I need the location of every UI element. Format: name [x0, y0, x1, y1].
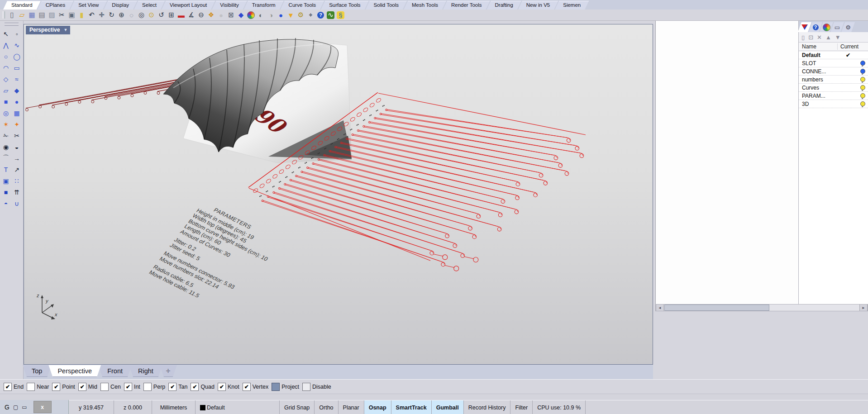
paste-icon[interactable]: ▮ [77, 10, 86, 20]
render-icon[interactable]: ◆ [236, 10, 246, 20]
osnap-checkbox-project[interactable] [272, 383, 280, 391]
ghosted-view-icon[interactable]: ◑ [266, 10, 276, 20]
blend-curve-tool-icon[interactable]: ⌒ [1, 153, 11, 163]
osnap-checkbox-end[interactable]: ✔ [4, 383, 12, 391]
extrude-tool-icon[interactable]: ⇈ [12, 187, 22, 197]
layer-row-curves[interactable]: Curves [799, 84, 868, 92]
ellipse-tool-icon[interactable]: ◯ [12, 51, 22, 62]
chevron-down-icon[interactable]: ▼ [63, 28, 67, 32]
sidebar-grip[interactable] [5, 23, 19, 26]
viewport-layout-icon[interactable]: ⊞ [167, 10, 176, 20]
extend-curve-tool-icon[interactable]: → [12, 153, 22, 163]
solid-tool-icon[interactable]: ■ [1, 187, 11, 197]
freeform-curve-tool-icon[interactable]: ≈ [12, 74, 22, 84]
point-tool-icon[interactable]: ◦ [12, 29, 22, 39]
layer-row-default[interactable]: Default✔ [799, 51, 868, 59]
save-icon[interactable]: ▦ [27, 10, 37, 20]
menu-tab-curve-tools[interactable]: Curve Tools [281, 1, 324, 10]
osnap-checkbox-disable[interactable] [302, 383, 310, 391]
status-toggle-filter[interactable]: Filter [510, 400, 533, 414]
color-wheel-icon[interactable] [246, 10, 256, 20]
color-tool-icon[interactable]: ◉ [1, 142, 11, 152]
shaded-view-icon[interactable]: ◐ [256, 10, 266, 20]
rotate-view-icon[interactable]: ↻ [107, 10, 116, 20]
explode-tool-icon[interactable]: ✶ [1, 119, 11, 129]
viewport-tab-perspective[interactable]: Perspective [48, 365, 101, 377]
patch-tool-icon[interactable]: ▦ [12, 108, 22, 118]
trim-tool-icon[interactable]: ✁ [1, 130, 11, 141]
menu-tab-render-tools[interactable]: Render Tools [443, 1, 490, 10]
control-curve-tool-icon[interactable]: ∿ [12, 40, 22, 50]
menu-tab-surface-tools[interactable]: Surface Tools [321, 1, 368, 10]
minimized-grasshopper-window[interactable]: G ▢ ▭ x [0, 400, 69, 414]
osnap-item-disable[interactable]: Disable [302, 383, 331, 391]
menu-tab-cplanes[interactable]: CPlanes [38, 1, 73, 10]
osnap-item-quad[interactable]: ✔Quad [191, 383, 215, 391]
layer-row-3d[interactable]: 3D [799, 100, 868, 108]
menu-tab-mesh-tools[interactable]: Mesh Tools [404, 1, 446, 10]
menu-tab-display[interactable]: Display [104, 1, 137, 10]
zoom-extents-icon[interactable]: ⊕ [117, 10, 126, 20]
layer-row-slot[interactable]: SLOT [799, 59, 868, 67]
text-tool-icon[interactable]: T [1, 164, 11, 175]
layers-header-current[interactable]: Current [838, 43, 862, 50]
car-demo-icon[interactable]: ▬ [176, 10, 186, 20]
osnap-checkbox-perp[interactable] [143, 383, 152, 391]
layer-row-numbers[interactable]: numbers [799, 76, 868, 84]
surface-tool-icon[interactable]: ▱ [1, 85, 11, 95]
split-tool-icon[interactable]: ✂ [12, 130, 22, 141]
print-icon[interactable]: ▤ [37, 10, 47, 20]
menu-tab-siemen[interactable]: Siemen [555, 1, 589, 10]
osnap-checkbox-tan[interactable]: ✔ [168, 383, 176, 391]
delete-layer-icon[interactable]: ✕ [817, 34, 822, 41]
status-field-millimeters[interactable]: Millimeters [152, 400, 196, 414]
swatch-tool-icon[interactable]: ◒ [12, 142, 22, 152]
viewport-title[interactable]: Perspective ▼ [26, 26, 70, 34]
gears-icon[interactable]: ⚙ [296, 10, 305, 20]
help-icon[interactable]: ? [316, 10, 325, 20]
maximize-window-icon[interactable]: ▭ [22, 404, 27, 410]
scroll-right-icon[interactable]: ► [859, 305, 868, 311]
osnap-item-vertex[interactable]: ✔Vertex [243, 383, 268, 391]
restore-window-icon[interactable]: ▢ [13, 404, 18, 410]
spotlight-icon[interactable]: ▼ [286, 10, 296, 20]
osnap-item-knot[interactable]: ✔Knot [218, 383, 239, 391]
menu-tab-new-in-v5[interactable]: New in V5 [518, 1, 558, 10]
menu-tab-viewport-layout[interactable]: Viewport Layout [162, 1, 215, 10]
python-icon[interactable]: § [337, 11, 344, 19]
lightbulb-icon[interactable] [860, 69, 865, 74]
osnap-checkbox-cen[interactable] [100, 383, 109, 391]
layers-header-name[interactable]: Name [799, 43, 838, 50]
zoom-target-icon[interactable]: ⊙ [147, 10, 156, 20]
close-window-button[interactable]: x [33, 401, 52, 413]
osnap-item-end[interactable]: ✔End [4, 383, 24, 391]
layer-row-conne[interactable]: CONNE... [799, 67, 868, 76]
osnap-checkbox-vertex[interactable]: ✔ [243, 383, 251, 391]
dimension-icon[interactable]: ⌖ [306, 10, 315, 20]
menu-tab-solid-tools[interactable]: Solid Tools [366, 1, 407, 10]
status-field-default[interactable]: Default [196, 400, 280, 414]
osnap-item-perp[interactable]: Perp [143, 383, 165, 391]
lightbulb-icon[interactable] [860, 101, 865, 106]
panel-horizontal-scrollbar[interactable]: ◄ ► [655, 304, 868, 311]
lightbulb-icon[interactable] [860, 93, 865, 98]
layer-row-param[interactable]: PARAM... [799, 92, 868, 100]
viewport-tab-front[interactable]: Front [98, 365, 132, 377]
new-viewport-tab[interactable]: ✛ [160, 365, 177, 377]
undo-view-icon[interactable]: ↺ [157, 10, 166, 20]
layer-visibility-cell[interactable] [859, 61, 866, 66]
viewport-tab-top[interactable]: Top [23, 365, 51, 377]
toolbar-grip[interactable] [3, 11, 5, 19]
status-toggle-ortho[interactable]: Ortho [315, 400, 338, 414]
osnap-checkbox-point[interactable]: ✔ [52, 383, 60, 391]
lightbulb-icon[interactable] [860, 77, 865, 82]
properties-icon[interactable]: ▨ [47, 10, 57, 20]
osnap-checkbox-mid[interactable]: ✔ [78, 383, 86, 391]
status-toggle-record-history[interactable]: Record History [464, 400, 511, 414]
join-tool-icon[interactable]: ∪ [12, 198, 22, 209]
layer-visibility-cell[interactable] [859, 101, 866, 106]
layer-visibility-cell[interactable] [859, 93, 866, 98]
menu-tab-select[interactable]: Select [134, 1, 165, 10]
polygon-tool-icon[interactable]: ◇ [1, 74, 11, 84]
osnap-checkbox-int[interactable]: ✔ [124, 383, 132, 391]
